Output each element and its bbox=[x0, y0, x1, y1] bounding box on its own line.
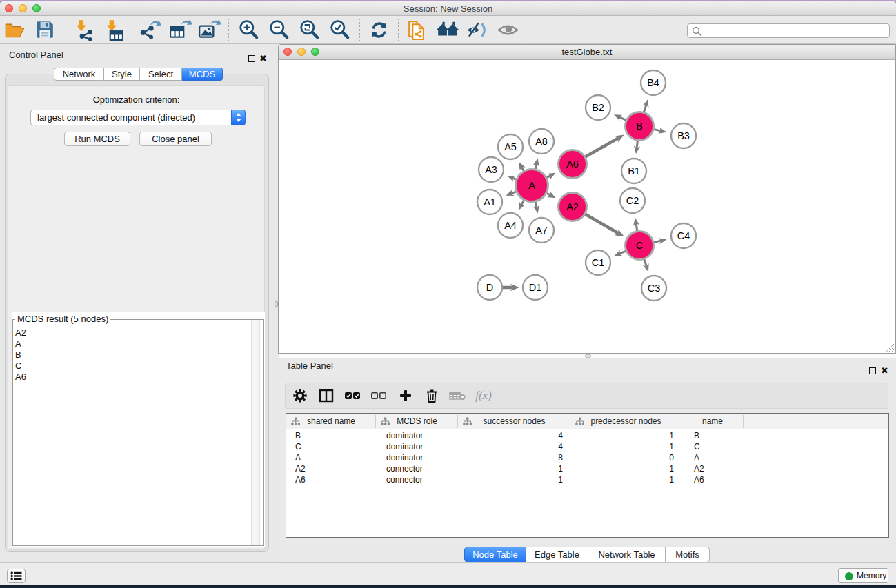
close-panel-button[interactable]: Close panel bbox=[139, 132, 212, 146]
graph-node-label: B1 bbox=[628, 165, 640, 176]
graph-node-label: A5 bbox=[504, 141, 517, 152]
refresh-button[interactable] bbox=[366, 16, 391, 43]
table-cell: A2 bbox=[286, 463, 376, 474]
column-header-MCDS-role[interactable]: MCDS role bbox=[376, 414, 458, 429]
zoom-in-button[interactable] bbox=[237, 16, 261, 43]
table-row-A[interactable]: Adominator80A bbox=[286, 452, 888, 463]
zoom-out-button[interactable] bbox=[267, 16, 292, 43]
graph-node-label: D1 bbox=[529, 282, 542, 293]
delete-table-button[interactable] bbox=[446, 383, 469, 408]
node-table-header[interactable]: shared nameMCDS rolesuccessor nodesprede… bbox=[286, 414, 888, 429]
table-row-A2[interactable]: A2connector11A2 bbox=[286, 463, 888, 474]
resize-grip-icon[interactable] bbox=[885, 343, 895, 352]
graph-node-label: A4 bbox=[504, 220, 517, 231]
main-titlebar: Session: New Session bbox=[0, 1, 896, 16]
close-control-panel-button[interactable]: ✖ bbox=[259, 52, 267, 64]
list-icon bbox=[10, 571, 22, 581]
control-panel-title: Control Panel bbox=[9, 50, 63, 60]
clone-network-button[interactable] bbox=[404, 16, 429, 43]
split-columns-button[interactable] bbox=[315, 383, 338, 408]
show-panels-list-button[interactable] bbox=[7, 569, 26, 583]
hide-panels-button[interactable] bbox=[465, 16, 490, 43]
mcds-result-item[interactable]: A2 bbox=[15, 327, 26, 338]
mcds-result-list[interactable]: A2ABCA6 bbox=[15, 327, 26, 383]
run-mcds-button[interactable]: Run MCDS bbox=[64, 132, 130, 146]
toolbar-separator bbox=[359, 19, 360, 41]
node-table: shared nameMCDS rolesuccessor nodesprede… bbox=[286, 413, 889, 538]
column-header-name[interactable]: name bbox=[681, 414, 744, 429]
save-session-button[interactable] bbox=[32, 16, 57, 43]
table-cell: A6 bbox=[286, 474, 376, 485]
float-table-panel-button[interactable] bbox=[869, 365, 876, 377]
status-bar: Memory bbox=[0, 562, 896, 585]
graph-node-label: C4 bbox=[677, 230, 690, 241]
hide-all-columns-button[interactable] bbox=[367, 383, 390, 408]
mcds-panel-content: Optimization criterion: largest connecte… bbox=[8, 85, 265, 550]
column-header-shared-name[interactable]: shared name bbox=[286, 414, 376, 429]
import-table-button[interactable] bbox=[101, 16, 126, 43]
column-header-predecessor-nodes[interactable]: predecessor nodes bbox=[570, 414, 681, 429]
search-input[interactable] bbox=[687, 23, 890, 38]
mcds-result-scrollbar[interactable] bbox=[251, 320, 260, 545]
toolbar-separator bbox=[63, 19, 63, 41]
zoom-fit-button[interactable] bbox=[297, 16, 322, 43]
tab-node-table[interactable]: Node Table bbox=[464, 547, 526, 562]
column-header-successor-nodes[interactable]: successor nodes bbox=[458, 414, 570, 429]
float-control-panel-button[interactable] bbox=[248, 52, 255, 65]
zoom-selected-button[interactable] bbox=[328, 16, 352, 43]
home-button[interactable] bbox=[435, 16, 460, 43]
tab-style[interactable]: Style bbox=[104, 68, 140, 81]
open-session-icon bbox=[3, 19, 26, 40]
show-all-columns-button[interactable] bbox=[341, 383, 364, 408]
table-cell: 4 bbox=[458, 430, 570, 441]
table-row-A6[interactable]: A6connector11A6 bbox=[286, 474, 888, 485]
desktop: Session: New Session bbox=[0, 0, 896, 588]
dropdown-arrows bbox=[231, 110, 246, 125]
tab-network[interactable]: Network bbox=[54, 68, 104, 81]
table-cell: 1 bbox=[570, 474, 681, 485]
zoom-selected-icon bbox=[329, 19, 351, 41]
mcds-result-item[interactable]: A6 bbox=[15, 372, 26, 383]
export-table-button[interactable] bbox=[168, 16, 193, 43]
mcds-result-item[interactable]: A bbox=[15, 338, 26, 349]
export-network-button[interactable] bbox=[138, 16, 163, 43]
create-column-button[interactable] bbox=[394, 383, 417, 408]
close-table-panel-button[interactable]: ✖ bbox=[881, 364, 888, 376]
table-toolbar: f(x) bbox=[285, 383, 888, 409]
function-builder-button[interactable]: f(x) bbox=[470, 383, 497, 408]
tab-select[interactable]: Select bbox=[140, 68, 182, 81]
table-settings-button[interactable] bbox=[288, 383, 312, 408]
split-columns-icon bbox=[319, 389, 334, 403]
mcds-result-item[interactable]: C bbox=[15, 361, 26, 372]
graph-node-label: C bbox=[636, 240, 643, 251]
table-cell: A bbox=[286, 452, 376, 463]
show-panels-button[interactable] bbox=[495, 16, 520, 43]
export-image-button[interactable] bbox=[197, 16, 222, 43]
tab-mcds[interactable]: MCDS bbox=[182, 68, 223, 81]
table-cell: A6 bbox=[681, 474, 744, 485]
optimization-criterion-dropdown[interactable]: largest connected component (directed) bbox=[30, 110, 246, 125]
mcds-result-item[interactable]: B bbox=[15, 349, 26, 361]
tab-network-table[interactable]: Network Table bbox=[588, 547, 666, 562]
table-row-C[interactable]: Cdominator41C bbox=[286, 441, 888, 452]
function-builder-icon: f(x) bbox=[475, 389, 492, 403]
control-panel: Control Panel ✖ Optimization criterion: … bbox=[0, 44, 270, 562]
graph-node-label: B4 bbox=[647, 77, 659, 88]
tab-edge-table[interactable]: Edge Table bbox=[526, 547, 588, 562]
select-all-checkboxes-icon bbox=[344, 392, 361, 400]
table-cell: 1 bbox=[570, 441, 681, 452]
network-canvas[interactable]: AA6A2BCA5A8A3A1A4A7B4B2B3B1C2C4C1C3DD1 bbox=[279, 60, 895, 353]
table-row-B[interactable]: Bdominator41B bbox=[286, 430, 888, 441]
delete-column-icon bbox=[426, 389, 438, 403]
table-cell: 4 bbox=[458, 441, 570, 452]
delete-column-button[interactable] bbox=[420, 383, 444, 408]
memory-button[interactable]: Memory bbox=[838, 568, 888, 583]
column-header-label: name bbox=[681, 414, 744, 429]
mcds-result-border bbox=[12, 319, 264, 546]
graph-node-label: A1 bbox=[484, 196, 496, 207]
optimization-criterion-label: Optimization criterion: bbox=[8, 94, 264, 105]
import-network-button[interactable] bbox=[70, 16, 95, 43]
toolbar-separator bbox=[228, 19, 229, 41]
open-session-button[interactable] bbox=[2, 16, 27, 43]
tab-motifs[interactable]: Motifs bbox=[666, 547, 710, 562]
